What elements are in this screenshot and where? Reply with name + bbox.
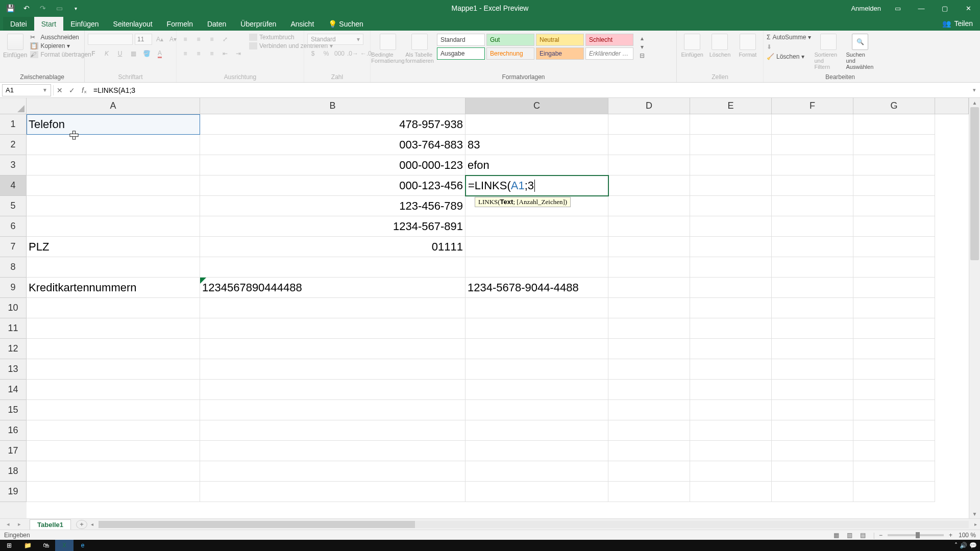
row-header-11[interactable]: 11 [0, 318, 27, 339]
tab-insert[interactable]: Einfügen [63, 17, 106, 31]
tray-up-icon[interactable]: ˄ [954, 542, 958, 549]
undo-icon[interactable]: ↶ [19, 1, 34, 15]
sheet-nav-last-icon[interactable]: ▸ [14, 520, 24, 529]
ribbon-options-icon[interactable]: ▭ [886, 0, 910, 16]
cell-C19[interactable] [465, 482, 608, 502]
page-layout-view-icon[interactable]: ▥ [844, 531, 856, 539]
cell-G13[interactable] [853, 359, 935, 380]
tab-view[interactable]: Ansicht [283, 17, 321, 31]
zoom-out-icon[interactable]: − [879, 532, 883, 539]
row-header-5[interactable]: 5 [0, 196, 27, 216]
clear-button[interactable]: 🧹Löschen ▾ [767, 53, 811, 60]
copy-button[interactable]: 📋Kopieren ▾ [30, 42, 91, 49]
cell-D2[interactable] [608, 135, 690, 155]
tab-formulas[interactable]: Formeln [160, 17, 200, 31]
zoom-in-icon[interactable]: + [949, 532, 952, 539]
tab-layout[interactable]: Seitenlayout [106, 17, 160, 31]
column-header-A[interactable]: A [27, 98, 200, 114]
expand-formula-bar-icon[interactable]: ▾ [969, 87, 980, 93]
cell-B19[interactable] [200, 482, 465, 502]
cell-B17[interactable] [200, 441, 465, 461]
add-sheet-button[interactable]: + [76, 520, 87, 529]
column-header-C[interactable]: C [465, 98, 608, 114]
select-all-button[interactable] [0, 98, 27, 114]
style-berechnung[interactable]: Berechnung [486, 47, 534, 60]
cell-E19[interactable] [690, 482, 772, 502]
cell-D9[interactable] [608, 278, 690, 298]
cell-C11[interactable] [465, 318, 608, 339]
style-erklaerender[interactable]: Erklärender … [585, 47, 633, 60]
find-select-button[interactable]: 🔍Suchen und Auswählen [846, 34, 874, 70]
styles-scroll-down-icon[interactable]: ▾ [636, 42, 648, 51]
font-family-combo[interactable] [88, 34, 133, 45]
cell-F15[interactable] [772, 400, 853, 420]
cell-F2[interactable] [772, 135, 853, 155]
cell-G3[interactable] [853, 155, 935, 176]
cell-C13[interactable] [465, 359, 608, 380]
cell-E15[interactable] [690, 400, 772, 420]
font-color-button[interactable]: A [154, 48, 165, 59]
cell-A17[interactable] [27, 441, 200, 461]
cell-D17[interactable] [608, 441, 690, 461]
cell-A11[interactable] [27, 318, 200, 339]
cell-A14[interactable] [27, 380, 200, 400]
format-as-table-button[interactable]: Als Tabelle formatieren [405, 34, 434, 64]
start-button[interactable]: ⊞ [0, 540, 18, 551]
cell-E4[interactable] [690, 176, 772, 196]
cell-G10[interactable] [853, 298, 935, 318]
bold-button[interactable]: F [88, 48, 99, 59]
inc-decimal-icon[interactable]: .0→ [347, 48, 358, 59]
editing-cell[interactable]: =LINKS(A1;3 [465, 175, 609, 196]
scroll-up-icon[interactable]: ▲ [969, 98, 980, 107]
close-button[interactable]: ✕ [957, 0, 980, 16]
zoom-slider[interactable] [888, 534, 944, 536]
cell-A1[interactable]: Telefon [27, 114, 200, 135]
cell-D5[interactable] [608, 196, 690, 216]
styles-more-icon[interactable]: ⊟ [636, 52, 648, 60]
cancel-formula-button[interactable]: ✕ [54, 84, 66, 96]
autosum-button[interactable]: ΣAutoSumme ▾ [767, 34, 811, 41]
row-header-14[interactable]: 14 [0, 380, 27, 400]
cell-C9[interactable]: 1234-5678-9044-4488 [465, 278, 608, 298]
hscroll-left-icon[interactable]: ◂ [87, 521, 96, 527]
sheet-nav-first-icon[interactable]: ◂ [3, 520, 13, 529]
cell-E11[interactable] [690, 318, 772, 339]
cell-A18[interactable] [27, 461, 200, 482]
cell-C17[interactable] [465, 441, 608, 461]
insert-function-button[interactable]: fₓ [78, 84, 90, 96]
redo-icon[interactable]: ↷ [36, 1, 50, 15]
fill-color-button[interactable]: 🪣 [141, 48, 152, 59]
cell-E18[interactable] [690, 461, 772, 482]
cell-E7[interactable] [690, 237, 772, 257]
cell-D1[interactable] [608, 114, 690, 135]
cell-B5[interactable]: 123-456-789 [200, 196, 465, 216]
hscroll-right-icon[interactable]: ▸ [971, 521, 980, 527]
cell-D7[interactable] [608, 237, 690, 257]
cell-A19[interactable] [27, 482, 200, 502]
style-gut[interactable]: Gut [486, 34, 534, 46]
horizontal-scrollbar[interactable] [99, 521, 969, 528]
format-cells-button[interactable]: Format [736, 34, 760, 58]
cell-F1[interactable] [772, 114, 853, 135]
cell-B2[interactable]: 003-764-883 [200, 135, 465, 155]
cell-C14[interactable] [465, 380, 608, 400]
cell-F14[interactable] [772, 380, 853, 400]
cell-A6[interactable] [27, 216, 200, 237]
cell-B10[interactable] [200, 298, 465, 318]
cell-E17[interactable] [690, 441, 772, 461]
cell-B14[interactable] [200, 380, 465, 400]
normal-view-icon[interactable]: ▦ [830, 531, 843, 539]
cell-E10[interactable] [690, 298, 772, 318]
row-header-17[interactable]: 17 [0, 441, 27, 461]
cell-C8[interactable] [465, 257, 608, 278]
cell-C16[interactable] [465, 420, 608, 441]
cell-E16[interactable] [690, 420, 772, 441]
cell-F5[interactable] [772, 196, 853, 216]
cell-D16[interactable] [608, 420, 690, 441]
cell-G11[interactable] [853, 318, 935, 339]
cell-F13[interactable] [772, 359, 853, 380]
cell-C6[interactable] [465, 216, 608, 237]
row-header-4[interactable]: 4 [0, 176, 27, 196]
style-standard[interactable]: Standard [437, 34, 485, 46]
qat-customize-icon[interactable]: ▾ [68, 1, 83, 15]
